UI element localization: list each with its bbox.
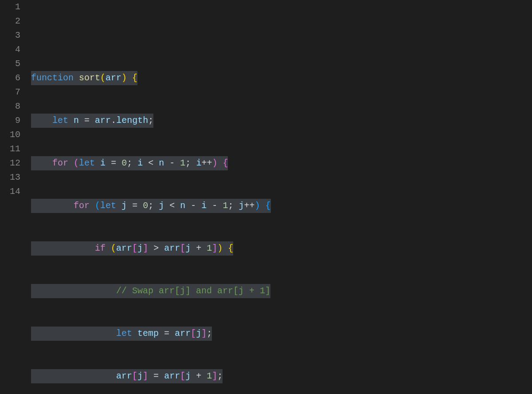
line-number: 14 [0, 185, 20, 199]
line-number: 3 [0, 28, 20, 43]
line-number: 11 [0, 142, 20, 156]
line-number: 2 [0, 14, 20, 28]
gutter: 1 2 3 4 5 6 7 8 9 10 11 12 13 14 [0, 0, 31, 394]
code-content[interactable]: function·sort(arr)·{ ····let·n·=·arr.len… [31, 0, 532, 394]
code-area-top[interactable]: 1 2 3 4 5 6 7 8 9 10 11 12 13 14 functio… [0, 0, 532, 394]
line-number: 10 [0, 128, 20, 142]
line-number: 6 [0, 71, 20, 85]
line-number: 8 [0, 99, 20, 114]
code-editor: 1 2 3 4 5 6 7 8 9 10 11 12 13 14 functio… [0, 0, 532, 394]
line-number: 1 [0, 0, 20, 14]
line-number: 13 [0, 170, 20, 185]
line-number: 4 [0, 43, 20, 57]
line-number: 12 [0, 156, 20, 170]
line-number: 7 [0, 85, 20, 99]
line-number: 9 [0, 114, 20, 128]
line-number: 5 [0, 57, 20, 71]
